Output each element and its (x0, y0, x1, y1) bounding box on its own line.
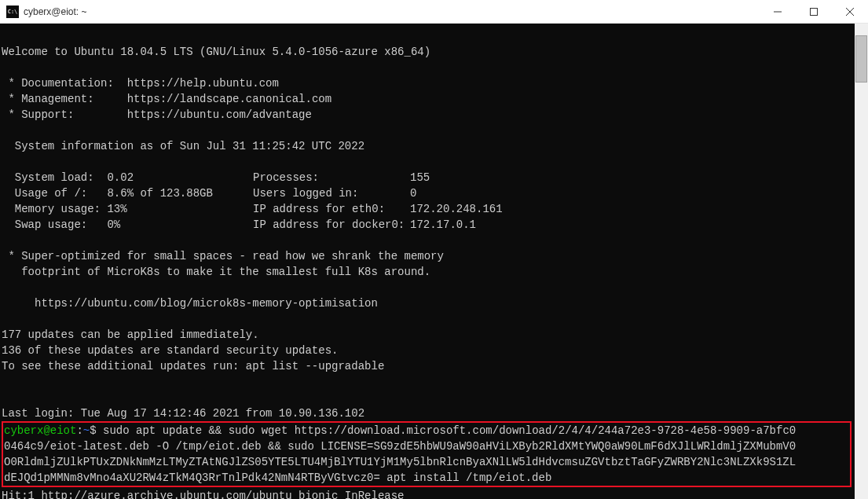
command-text: sudo apt update && sudo wget https://dow… (103, 424, 796, 437)
minimize-button[interactable] (760, 0, 796, 23)
command-text: 0464c9/eiot-latest.deb -O /tmp/eiot.deb … (4, 440, 796, 453)
close-icon (846, 8, 854, 16)
command-highlight: cyberx@eiot:~$ sudo apt update && sudo w… (2, 421, 852, 487)
terminal-line: * Super-optimized for small spaces - rea… (2, 250, 444, 262)
svg-rect-1 (811, 8, 818, 15)
close-button[interactable] (832, 0, 868, 23)
window-controls (760, 0, 868, 23)
terminal-line: 177 updates can be applied immediately. (2, 328, 259, 341)
terminal-line: Memory usage: 13%IP address for eth0:172… (2, 203, 503, 215)
terminal-icon: C:\ (6, 6, 19, 18)
terminal-line: Welcome to Ubuntu 18.04.5 LTS (GNU/Linux… (2, 46, 430, 58)
terminal-line: To see these additional updates run: apt… (2, 360, 384, 372)
terminal-line: 136 of these updates are standard securi… (2, 344, 338, 357)
terminal-line: * Support: https://ubuntu.com/advantage (2, 108, 312, 121)
terminal-line: Last login: Tue Aug 17 14:12:46 2021 fro… (2, 407, 364, 420)
vertical-scrollbar[interactable] (855, 24, 868, 499)
command-text: dEJQd1pMMNm8vMno4aXU2RW4zTkM4Q3RrTnlPdk4… (4, 471, 551, 484)
maximize-button[interactable] (796, 0, 832, 23)
terminal-line: Hit:1 http://azure.archive.ubuntu.com/ub… (2, 490, 404, 499)
terminal-line: System load: 0.02Processes:155 (2, 171, 430, 184)
minimize-icon (774, 8, 782, 16)
terminal-line: Swap usage: 0%IP address for docker0:172… (2, 218, 476, 231)
command-text: O0RldmljZUlkPTUxZDNkNmMzLTMyZTAtNGJlZS05… (4, 456, 796, 468)
terminal-line: * Management: https://landscape.canonica… (2, 93, 331, 105)
terminal-line: * Documentation: https://help.ubuntu.com (2, 77, 279, 90)
window-titlebar: C:\ cyberx@eiot: ~ (0, 0, 868, 24)
prompt: cyberx@eiot:~$ (4, 424, 103, 437)
terminal-output[interactable]: Welcome to Ubuntu 18.04.5 LTS (GNU/Linux… (0, 24, 855, 499)
maximize-icon (810, 8, 818, 16)
window-title: cyberx@eiot: ~ (24, 6, 87, 17)
scroll-thumb[interactable] (855, 35, 867, 83)
terminal-line: https://ubuntu.com/blog/microk8s-memory-… (2, 297, 378, 310)
terminal-line: System information as of Sun Jul 31 11:2… (2, 140, 364, 152)
terminal-line: Usage of /: 8.6% of 123.88GBUsers logged… (2, 187, 416, 200)
terminal-line: footprint of MicroK8s to make it the sma… (2, 266, 430, 278)
